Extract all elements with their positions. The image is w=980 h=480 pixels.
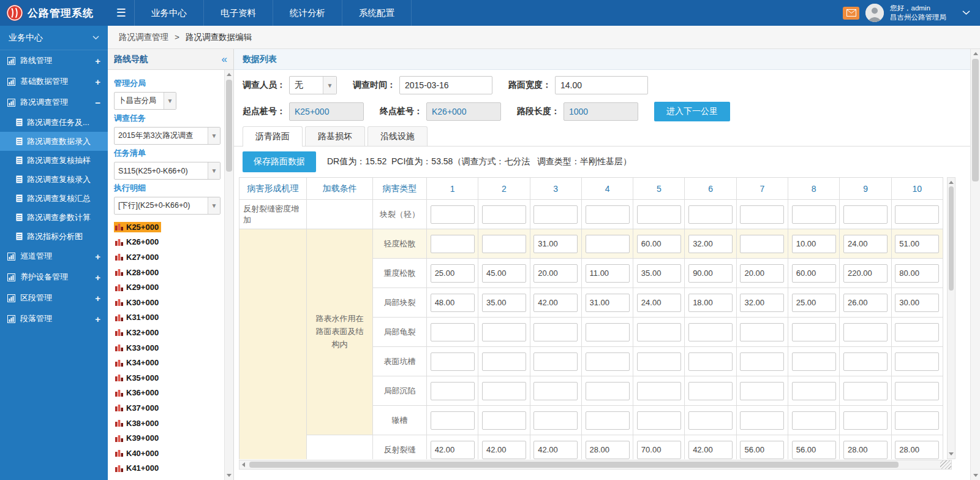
disease-value-input[interactable] (792, 205, 836, 224)
disease-value-input[interactable] (792, 264, 836, 283)
topbar-nav-item[interactable]: 业务中心 (135, 0, 204, 26)
stake-item[interactable]: K26+000 (114, 235, 221, 250)
disease-value-input[interactable] (637, 441, 681, 459)
disease-value-input[interactable] (637, 411, 681, 430)
disease-value-input[interactable] (895, 382, 939, 400)
disease-value-input[interactable] (843, 352, 888, 371)
disease-value-input[interactable] (843, 205, 888, 224)
sidebar-item[interactable]: 路线管理+ (0, 50, 108, 71)
stake-item[interactable]: K33+000 (114, 340, 221, 356)
disease-value-input[interactable] (431, 411, 475, 430)
sidebar-item[interactable]: 段落管理+ (0, 308, 108, 329)
disease-value-input[interactable] (533, 382, 578, 400)
disease-value-input[interactable] (482, 411, 526, 430)
disease-value-input[interactable] (740, 441, 784, 459)
disease-value-input[interactable] (533, 264, 578, 283)
tab-2[interactable]: 沿线设施 (368, 126, 428, 146)
disease-value-input[interactable] (431, 352, 475, 371)
sidebar-item[interactable]: 养护设备管理+ (0, 267, 108, 288)
disease-value-input[interactable] (895, 352, 939, 371)
disease-value-input[interactable] (482, 264, 526, 283)
stake-item[interactable]: K34+000 (114, 355, 221, 370)
stake-item[interactable]: K41+000 (114, 461, 221, 476)
disease-value-input[interactable] (895, 411, 939, 430)
topbar-nav-item[interactable]: 统计分析 (273, 0, 342, 26)
stake-item[interactable]: K28+000 (114, 265, 221, 280)
stake-item[interactable]: K40+000 (114, 446, 221, 461)
resize-grip-icon[interactable] (940, 460, 951, 469)
tab-1[interactable]: 路基损坏 (305, 126, 365, 146)
road-width-input[interactable] (555, 76, 648, 94)
disease-value-input[interactable] (533, 323, 578, 341)
disease-value-input[interactable] (688, 382, 733, 400)
disease-value-input[interactable] (586, 382, 630, 400)
disease-value-input[interactable] (792, 323, 836, 341)
disease-value-input[interactable] (482, 235, 526, 253)
disease-value-input[interactable] (586, 441, 630, 459)
disease-value-input[interactable] (431, 294, 475, 312)
disease-value-input[interactable] (688, 352, 733, 371)
disease-value-input[interactable] (431, 441, 475, 459)
sidebar-subitem[interactable]: 路况调查复核录入 (0, 170, 108, 189)
topbar-nav-item[interactable]: 电子资料 (204, 0, 273, 26)
surveyor-select[interactable]: 无 ▼ (289, 76, 337, 94)
sidebar-subitem[interactable]: 路况调查数据录入 (0, 132, 108, 151)
sidebar-item[interactable]: 巡道管理+ (0, 246, 108, 267)
disease-value-input[interactable] (740, 411, 784, 430)
disease-value-input[interactable] (482, 352, 526, 371)
sidebar-item[interactable]: 基础数据管理+ (0, 71, 108, 92)
disease-value-input[interactable] (895, 235, 939, 253)
table-scrollbar-vertical[interactable] (947, 177, 956, 459)
disease-value-input[interactable] (533, 205, 578, 224)
disease-value-input[interactable] (586, 411, 630, 430)
disease-value-input[interactable] (482, 294, 526, 312)
sidebar-subitem[interactable]: 路况调查复核汇总 (0, 189, 108, 208)
disease-value-input[interactable] (431, 323, 475, 341)
disease-value-input[interactable] (740, 235, 784, 253)
stake-item[interactable]: K31+000 (114, 310, 221, 326)
stake-item[interactable]: K39+000 (114, 430, 221, 446)
page-scrollbar[interactable] (970, 49, 980, 480)
tab-0[interactable]: 沥青路面 (243, 126, 303, 147)
disease-value-input[interactable] (895, 205, 939, 224)
scroll-down-icon[interactable] (949, 452, 954, 455)
filter-select[interactable]: S115(K25+0-K66+0)▼ (114, 162, 221, 180)
disease-value-input[interactable] (843, 441, 888, 459)
disease-value-input[interactable] (533, 441, 578, 459)
collapse-panel-icon[interactable]: « (222, 54, 227, 64)
disease-value-input[interactable] (895, 264, 939, 283)
filter-select[interactable]: [下行](K25+0-K66+0)▼ (114, 197, 221, 215)
disease-value-input[interactable] (533, 411, 578, 430)
disease-value-input[interactable] (688, 411, 733, 430)
user-avatar-icon[interactable] (865, 4, 884, 22)
sidebar-subitem[interactable]: 路况指标分析图 (0, 227, 108, 246)
disease-value-input[interactable] (637, 264, 681, 283)
filter-select[interactable]: 卜昌吉分局▼ (114, 92, 176, 110)
disease-value-input[interactable] (792, 382, 836, 400)
sidebar-subitem[interactable]: 路况调查参数计算 (0, 208, 108, 227)
disease-value-input[interactable] (740, 382, 784, 400)
disease-value-input[interactable] (637, 382, 681, 400)
scroll-up-icon[interactable] (973, 52, 978, 55)
disease-value-input[interactable] (740, 294, 784, 312)
disease-value-input[interactable] (740, 264, 784, 283)
disease-value-input[interactable] (533, 235, 578, 253)
stake-item[interactable]: K37+000 (114, 400, 221, 416)
disease-value-input[interactable] (843, 264, 888, 283)
disease-value-input[interactable] (895, 323, 939, 341)
breadcrumb-parent[interactable]: 路况调查管理 (119, 32, 168, 43)
disease-value-input[interactable] (792, 294, 836, 312)
disease-value-input[interactable] (792, 352, 836, 371)
disease-value-input[interactable] (792, 235, 836, 253)
stake-item[interactable]: K38+000 (114, 416, 221, 431)
disease-value-input[interactable] (895, 441, 939, 459)
disease-value-input[interactable] (431, 264, 475, 283)
sidebar-header[interactable]: 业务中心 (0, 26, 108, 50)
disease-value-input[interactable] (688, 441, 733, 459)
disease-value-input[interactable] (586, 235, 630, 253)
scroll-up-icon[interactable] (949, 181, 954, 184)
scrollbar-thumb[interactable] (226, 80, 232, 172)
sidebar-item[interactable]: 路况调查管理− (0, 92, 108, 113)
sidebar-subitem[interactable]: 路况调查任务及... (0, 113, 108, 132)
disease-value-input[interactable] (533, 352, 578, 371)
